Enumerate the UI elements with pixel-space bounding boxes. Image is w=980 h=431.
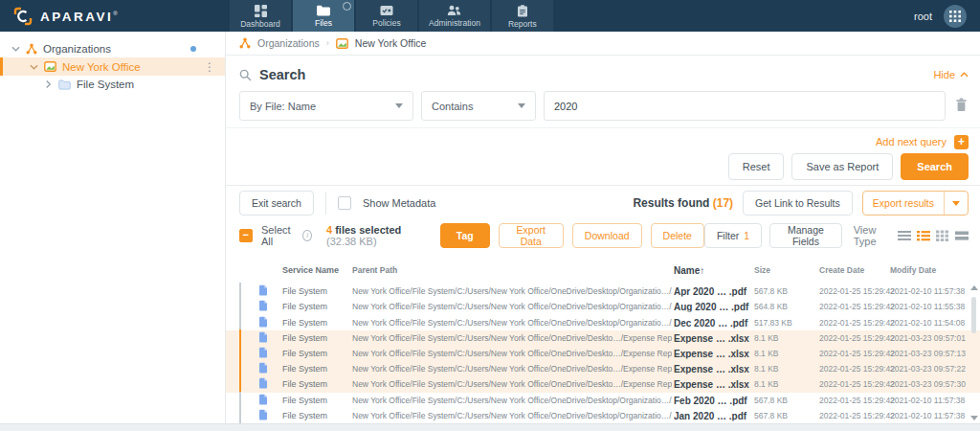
tag-button[interactable]: Tag: [440, 223, 490, 248]
cell-service-name: File System: [282, 349, 349, 358]
chevron-down-icon[interactable]: [30, 64, 38, 70]
breadcrumb: Organizations › New York Office: [226, 32, 980, 56]
kebab-menu-icon[interactable]: [204, 60, 215, 74]
delete-query-button[interactable]: [953, 98, 969, 115]
export-results-caret[interactable]: [944, 192, 968, 215]
cell-file-name[interactable]: Expense … .xlsx: [674, 348, 754, 358]
tab-files[interactable]: Files: [293, 0, 354, 32]
operator-select[interactable]: Contains: [421, 91, 536, 121]
save-as-report-button[interactable]: Save as Report: [791, 153, 893, 180]
table-row[interactable]: File System New York Office/File System/…: [226, 299, 980, 314]
breadcrumb-separator: ›: [326, 38, 329, 48]
cell-file-name[interactable]: Dec 2020 … .pdf: [674, 317, 754, 328]
breadcrumb-current[interactable]: New York Office: [355, 37, 427, 49]
apps-grid-button[interactable]: [944, 5, 967, 28]
rows-view-icon[interactable]: [955, 230, 969, 242]
table-scrollbar[interactable]: [969, 285, 979, 420]
chevron-down-icon[interactable]: [11, 46, 20, 52]
cell-size: 8.1 KB: [754, 349, 813, 358]
search-button[interactable]: Search: [901, 153, 969, 180]
chevron-right-icon[interactable]: [46, 80, 52, 89]
info-icon[interactable]: [343, 2, 351, 11]
breadcrumb-root[interactable]: Organizations: [257, 37, 320, 49]
manage-fields-button[interactable]: Manage Fields: [769, 223, 842, 248]
tab-dashboard[interactable]: Dashboard: [230, 0, 291, 32]
scroll-down-icon[interactable]: [970, 416, 978, 420]
scroll-up-icon[interactable]: [970, 285, 978, 290]
plus-icon[interactable]: [954, 135, 969, 149]
exit-search-button[interactable]: Exit search: [239, 191, 314, 216]
cell-size: 517.83 KB: [754, 318, 813, 328]
filter-count: 1: [744, 230, 749, 241]
aparavi-logo[interactable]: APARAVI®: [13, 0, 118, 32]
hide-search-link[interactable]: Hide: [933, 69, 969, 80]
column-header-size[interactable]: Size: [754, 265, 813, 275]
table-row[interactable]: File System New York Office/File System/…: [226, 393, 980, 408]
cell-parent-path: New York Office/File System/C:/Users/New…: [352, 379, 672, 389]
tab-reports[interactable]: Reports: [492, 0, 553, 32]
select-all-checkbox[interactable]: [239, 229, 253, 242]
table-row[interactable]: File System New York Office/File System/…: [226, 361, 980, 376]
cell-parent-path: New York Office/File System/C:/Users/New…: [352, 318, 672, 328]
table-row[interactable]: File System New York Office/File System/…: [226, 330, 980, 346]
table-row[interactable]: File System New York Office/File System/…: [226, 314, 980, 329]
cell-service-name: File System: [282, 318, 349, 328]
cell-file-name[interactable]: Feb 2020 … .pdf: [674, 395, 754, 405]
cell-file-name[interactable]: Expense … .xlsx: [674, 332, 754, 343]
sidebar-item-file-system[interactable]: File System: [0, 76, 225, 93]
query-value-input[interactable]: [544, 91, 946, 121]
filter-button[interactable]: Filter 1: [704, 223, 762, 248]
column-header-service-name[interactable]: Service Name: [282, 265, 349, 275]
get-link-button[interactable]: Get Link to Results: [743, 191, 853, 216]
brand-name: APARAVI: [40, 10, 113, 24]
scrollbar-thumb[interactable]: [971, 297, 976, 333]
add-next-query[interactable]: Add next query: [876, 134, 969, 149]
detail-view-icon[interactable]: [917, 230, 930, 242]
view-type-label: View Type: [854, 224, 888, 247]
org-tree-sidebar: Organizations New York Office File Syste…: [0, 32, 226, 423]
apps-grid-icon: [949, 11, 961, 22]
tab-label: Dashboard: [240, 19, 280, 29]
info-icon[interactable]: i: [302, 230, 312, 241]
cell-file-name[interactable]: Aug 2020 … .pdf: [674, 302, 754, 312]
cell-file-name[interactable]: Jan 2020 … .pdf: [674, 410, 754, 420]
table-row[interactable]: File System New York Office/File System/…: [226, 376, 980, 392]
column-header-name[interactable]: Name↑: [674, 265, 754, 276]
show-metadata-checkbox[interactable]: [338, 196, 351, 210]
cell-modify-date: 2021-02-10 11:57:38: [890, 411, 972, 420]
field-select[interactable]: By File: Name: [239, 91, 413, 121]
grid-view-icon[interactable]: [936, 230, 949, 242]
cell-file-name[interactable]: Expense … .xlsx: [674, 364, 754, 374]
table-header: Service Name Parent Path Name↑ Size Crea…: [226, 257, 980, 284]
row-checkbox[interactable]: [239, 407, 241, 424]
column-header-modify-date[interactable]: Modify Date: [890, 265, 972, 275]
dashboard-icon: [255, 5, 267, 17]
results-bar-left: Exit search Show Metadata: [239, 191, 435, 216]
column-header-parent-path[interactable]: Parent Path: [352, 265, 672, 275]
reset-button[interactable]: Reset: [728, 153, 785, 180]
selection-toolbar-left: Select All i 4 files selected (32.38 KB)…: [239, 223, 704, 248]
export-data-button[interactable]: Export Data: [499, 223, 564, 248]
main-content: Organizations › New York Office Search H…: [226, 32, 980, 423]
cell-modify-date: 2021-03-23 09:57:22: [890, 364, 972, 374]
export-results-button[interactable]: Export results: [862, 191, 969, 216]
hide-label: Hide: [933, 69, 955, 80]
list-view-icon[interactable]: [898, 230, 911, 242]
delete-button[interactable]: Delete: [651, 223, 704, 248]
tab-administration[interactable]: Administration: [419, 0, 490, 32]
cell-file-name[interactable]: Expense … .xlsx: [674, 379, 754, 390]
download-button[interactable]: Download: [572, 223, 642, 248]
cell-file-name[interactable]: Apr 2020 … .pdf: [674, 286, 754, 297]
notification-dot: [190, 46, 196, 52]
table-row[interactable]: File System New York Office/File System/…: [226, 408, 980, 423]
table-row[interactable]: File System New York Office/File System/…: [226, 346, 980, 361]
sidebar-item-new-york-office[interactable]: New York Office: [0, 57, 225, 76]
selected-count: 4: [326, 224, 332, 236]
operator-select-value: Contains: [432, 101, 473, 112]
sort-ascending-icon: ↑: [700, 265, 704, 276]
tab-policies[interactable]: Policies: [356, 0, 417, 32]
table-row[interactable]: File System New York Office/File System/…: [226, 284, 980, 299]
sidebar-item-organizations[interactable]: Organizations: [0, 40, 225, 57]
cell-modify-date: 2021-03-23 09:57:01: [890, 333, 972, 343]
policies-icon: [380, 5, 393, 16]
